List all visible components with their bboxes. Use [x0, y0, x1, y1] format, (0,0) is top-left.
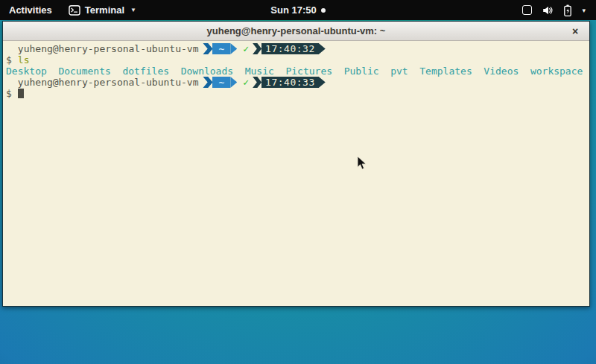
time-chevron-icon	[253, 43, 261, 54]
prompt-dollar: $	[6, 88, 12, 99]
prompt-line-1: yuheng@henry-personal-ubuntu-vm ~ ✓ 17:4…	[6, 43, 586, 54]
clock[interactable]: Sun 17:50	[270, 4, 316, 16]
prompt-time: 17:40:33	[261, 77, 319, 88]
dir-name: workspace	[530, 66, 583, 77]
battery-charging-icon	[563, 4, 572, 16]
powerline-tip-icon	[230, 77, 237, 88]
powerline-chevron-icon	[203, 77, 212, 88]
status-check-icon: ✓	[243, 77, 249, 88]
command-line: $ ls	[6, 54, 586, 66]
terminal-icon	[69, 4, 80, 16]
command-text: ls	[18, 54, 30, 66]
close-button[interactable]: ×	[567, 22, 583, 40]
dir-name: Videos	[484, 66, 519, 77]
time-tip-icon	[319, 77, 326, 88]
prompt-time: 17:40:32	[261, 43, 319, 54]
prompt-user: yuheng@henry-personal-ubuntu-vm	[6, 43, 198, 54]
dir-name: Documents	[58, 66, 110, 77]
dir-name: Desktop	[6, 66, 47, 77]
top-bar: Activities Terminal ▼ Sun 17:50	[0, 0, 596, 20]
powerline-segment: ~ ✓ 17:40:33	[203, 77, 325, 88]
powerline-segment: ~ ✓ 17:40:32	[203, 43, 325, 54]
terminal-window: yuheng@henry-personal-ubuntu-vm: ~ × yuh…	[2, 21, 590, 307]
ls-output: Desktop Documents dotfiles Downloads Mus…	[6, 66, 586, 77]
dir-name: Templates	[419, 66, 472, 77]
dir-name: pvt	[390, 66, 408, 77]
prompt-dollar: $	[6, 54, 12, 66]
dir-name: Public	[344, 66, 379, 77]
prompt-path: ~	[212, 43, 230, 54]
time-chevron-icon	[253, 77, 261, 88]
powerline-chevron-icon	[203, 43, 212, 54]
tray-chevron-down-icon: ▾	[582, 7, 586, 14]
system-tray[interactable]: ▾	[522, 0, 596, 20]
activities-button[interactable]: Activities	[0, 0, 61, 20]
time-tip-icon	[319, 43, 326, 54]
app-menu-label: Terminal	[85, 4, 124, 16]
dir-name: Downloads	[181, 66, 233, 77]
app-menu-terminal[interactable]: Terminal ▼	[61, 0, 144, 20]
chevron-down-icon: ▼	[130, 7, 136, 13]
window-title: yuheng@henry-personal-ubuntu-vm: ~	[207, 25, 386, 36]
status-check-icon: ✓	[243, 43, 249, 54]
activities-label: Activities	[9, 4, 52, 16]
dir-name: dotfiles	[122, 66, 169, 77]
dir-name: Music	[245, 66, 274, 77]
prompt-user: yuheng@henry-personal-ubuntu-vm	[6, 77, 198, 88]
window-titlebar[interactable]: yuheng@henry-personal-ubuntu-vm: ~ ×	[3, 22, 589, 41]
notification-dot-icon	[321, 8, 326, 13]
terminal-content[interactable]: yuheng@henry-personal-ubuntu-vm ~ ✓ 17:4…	[3, 41, 589, 306]
prompt-path: ~	[212, 77, 230, 88]
app-indicator-icon	[522, 5, 532, 15]
text-cursor	[18, 89, 24, 98]
dir-name: Pictures	[285, 66, 332, 77]
volume-icon	[542, 4, 554, 16]
powerline-tip-icon	[230, 43, 237, 54]
input-line[interactable]: $	[6, 88, 586, 99]
prompt-line-2: yuheng@henry-personal-ubuntu-vm ~ ✓ 17:4…	[6, 77, 586, 88]
